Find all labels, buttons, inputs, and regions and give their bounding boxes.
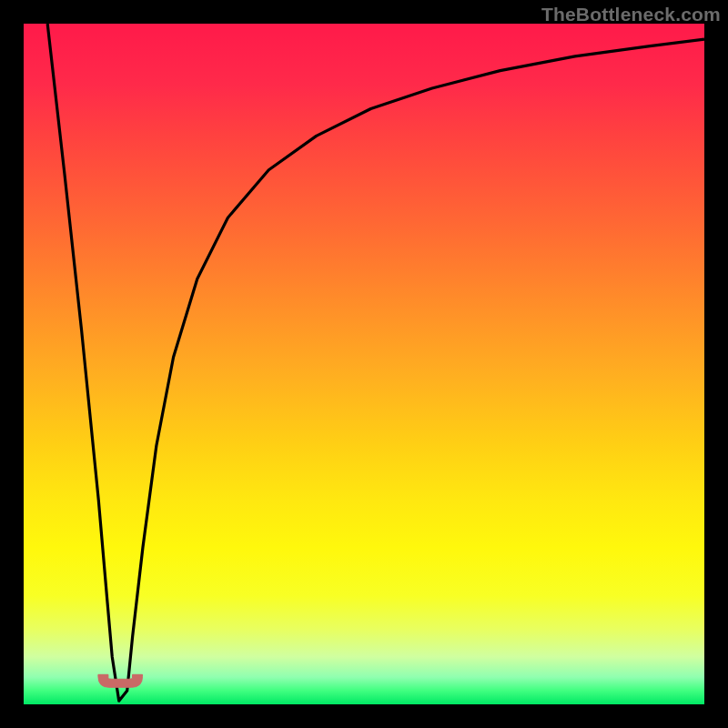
watermark-label: TheBottleneck.com [541, 4, 721, 25]
chart-frame: TheBottleneck.com [0, 0, 728, 728]
plot-background-gradient [24, 24, 704, 704]
